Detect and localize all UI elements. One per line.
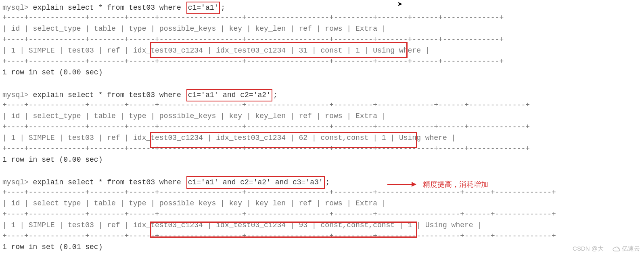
table-row: | 1 | SIMPLE | test03 | ref | idx_test03… (2, 220, 642, 231)
table-separator: +----+-------------+--------+------+----… (2, 100, 642, 111)
table-separator: +----+-------------+--------+------+----… (2, 122, 642, 133)
query-block: mysql> explain select * from test03 wher… (2, 2, 642, 89)
query-block: mysql> explain select * from test03 wher… (2, 176, 642, 253)
watermark-csdn: CSDN @大 (573, 245, 604, 253)
table-row: | 1 | SIMPLE | test03 | ref | idx_test03… (2, 133, 642, 143)
table-separator: +----+-------------+--------+------+----… (2, 231, 642, 242)
table-separator: +----+-------------+--------+------+----… (2, 209, 642, 220)
watermark-yisu: 亿速云 (612, 245, 640, 253)
cmd-suffix: ; (273, 91, 278, 99)
watermark-yisu-text: 亿速云 (622, 245, 640, 253)
prompt: mysql> (2, 91, 29, 99)
blank-line (2, 78, 642, 89)
blank-line (2, 165, 642, 176)
cmd-prefix: explain select * from test03 where (29, 4, 186, 12)
table-separator: +----+-------------+--------+------+----… (2, 187, 642, 198)
cloud-icon (612, 246, 620, 252)
prompt: mysql> (2, 178, 29, 186)
table-header: | id | select_type | table | type | poss… (2, 23, 642, 34)
table-header: | id | select_type | table | type | poss… (2, 111, 642, 122)
annotation: 精度提高，消耗增加 (387, 179, 488, 189)
table-separator: +----+-------------+--------+------+----… (2, 13, 642, 23)
arrow-right-icon (387, 184, 416, 185)
cmd-suffix: ; (326, 178, 330, 186)
result-footer: 1 row in set (0.01 sec) (2, 242, 642, 253)
sql-command-line: mysql> explain select * from test03 wher… (2, 176, 642, 187)
cmd-suffix: ; (221, 4, 225, 12)
result-footer: 1 row in set (0.00 sec) (2, 67, 642, 78)
prompt: mysql> (2, 4, 29, 12)
sql-command-line: mysql> explain select * from test03 wher… (2, 2, 642, 13)
annotation-text: 精度提高，消耗增加 (423, 179, 488, 189)
result-footer: 1 row in set (0.00 sec) (2, 154, 642, 165)
cmd-prefix: explain select * from test03 where (29, 91, 186, 99)
table-header: | id | select_type | table | type | poss… (2, 198, 642, 209)
query-block: mysql> explain select * from test03 wher… (2, 89, 642, 176)
cmd-prefix: explain select * from test03 where (29, 178, 186, 186)
table-separator: +----+-------------+--------+------+----… (2, 143, 642, 154)
table-separator: +----+-------------+--------+------+----… (2, 56, 642, 67)
table-separator: +----+-------------+--------+------+----… (2, 34, 642, 45)
table-row: | 1 | SIMPLE | test03 | ref | idx_test03… (2, 45, 642, 56)
sql-command-line: mysql> explain select * from test03 wher… (2, 89, 642, 100)
